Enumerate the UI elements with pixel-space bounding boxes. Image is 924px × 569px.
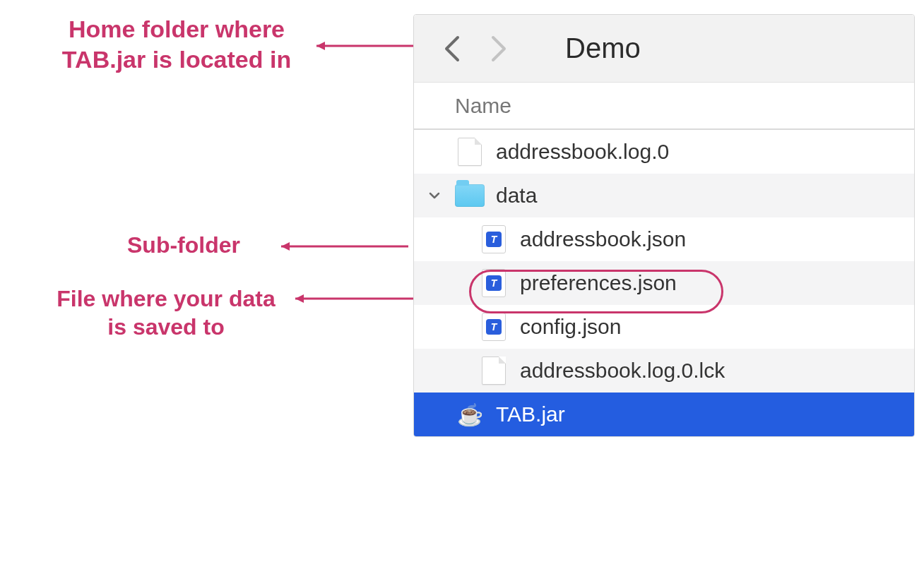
folder-name-label: data xyxy=(496,184,537,208)
folder-icon xyxy=(454,179,486,212)
column-header-name[interactable]: Name xyxy=(414,82,914,130)
svg-marker-5 xyxy=(295,294,304,303)
file-row[interactable]: addressbook.log.0 xyxy=(414,130,914,174)
file-name-label: addressbook.log.0.lck xyxy=(520,359,725,383)
chevron-right-icon xyxy=(490,35,507,63)
file-icon xyxy=(478,354,510,387)
file-row-addressbook-json[interactable]: T addressbook.json xyxy=(414,217,914,261)
forward-button[interactable] xyxy=(482,28,516,70)
file-name-label: TAB.jar xyxy=(496,402,565,426)
back-button[interactable] xyxy=(435,28,469,70)
annotation-data-file: File where your data is saved to xyxy=(49,284,283,341)
disclosure-triangle[interactable] xyxy=(420,189,449,202)
file-name-label: preferences.json xyxy=(520,271,677,295)
file-row[interactable]: T preferences.json xyxy=(414,261,914,305)
file-row[interactable]: addressbook.log.0.lck xyxy=(414,349,914,393)
svg-marker-3 xyxy=(281,242,290,251)
chevron-left-icon xyxy=(444,35,461,63)
json-file-icon: T xyxy=(478,223,510,256)
json-file-icon: T xyxy=(478,311,510,343)
annotation-home-folder: Home folder where TAB.jar is located in xyxy=(49,14,304,74)
json-file-icon: T xyxy=(478,267,510,299)
file-name-label: addressbook.log.0 xyxy=(496,140,669,164)
file-name-label: addressbook.json xyxy=(520,227,686,251)
annotation-sub-folder: Sub-folder xyxy=(99,231,268,259)
nav-arrows xyxy=(435,28,516,70)
folder-title: Demo xyxy=(565,32,641,64)
finder-toolbar: Demo xyxy=(414,15,914,82)
file-row[interactable]: T config.json xyxy=(414,305,914,349)
java-jar-icon: ☕ xyxy=(454,398,486,431)
file-icon xyxy=(454,136,486,168)
svg-marker-1 xyxy=(316,42,325,50)
file-row-tab-jar[interactable]: ☕ TAB.jar xyxy=(414,393,914,436)
file-name-label: config.json xyxy=(520,315,621,339)
chevron-down-icon xyxy=(428,189,441,202)
folder-row-data[interactable]: data xyxy=(414,174,914,217)
arrow-sub-to-folder xyxy=(268,236,410,257)
finder-window: Demo Name addressbook.log.0 data T addre… xyxy=(413,14,915,437)
